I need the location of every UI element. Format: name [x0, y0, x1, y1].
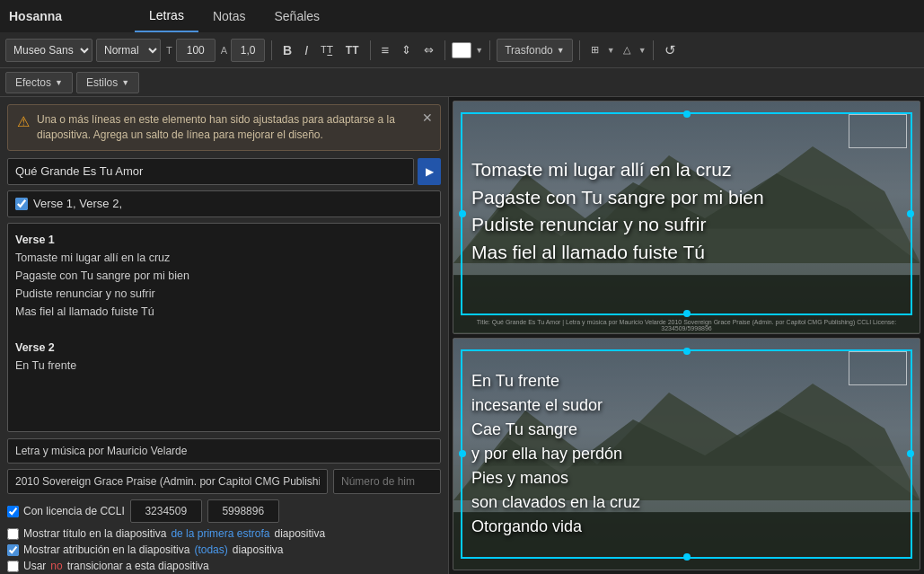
warning-icon: ⚠ [17, 113, 30, 130]
show-attribution-link[interactable]: (todas) [194, 543, 227, 556]
main-area: ⚠ Una o más líneas en este elemento han … [0, 97, 924, 574]
tt1-button[interactable]: TT̲ [316, 39, 338, 62]
show-title-suffix: diapositiva [274, 527, 325, 540]
tt2-button[interactable]: TT [341, 39, 364, 62]
show-title-link[interactable]: de la primera estrofa [171, 527, 269, 540]
slide2-small-box [849, 351, 907, 385]
hymn-input[interactable] [333, 469, 441, 494]
slide2-line6: son clavados en la cruz [471, 490, 640, 515]
verse1-title: Verse 1 [15, 234, 55, 246]
show-title-row: Mostrar título en la diapositiva de la p… [7, 527, 441, 540]
efectos-label: Efectos [15, 76, 51, 89]
ccli-label-text: Con licencia de CCLI [23, 505, 125, 517]
song-next-button[interactable]: ▶ [418, 158, 441, 185]
transition-label: Usar [23, 560, 46, 572]
slide1-line3: Pudiste renunciar y no sufrir [471, 211, 764, 238]
show-title-checkbox[interactable] [7, 528, 19, 540]
font-style-select[interactable]: Normal [96, 39, 161, 62]
transition-row: Usar no transicionar a esta diapositiva [7, 560, 441, 572]
tab-notas[interactable]: Notas [198, 0, 260, 32]
color-swatch[interactable] [452, 42, 471, 58]
ccli-number2-input[interactable] [207, 499, 279, 523]
publisher-input[interactable] [7, 469, 328, 494]
align-button[interactable]: ≡ [377, 39, 394, 62]
lyrics-area[interactable]: Verse 1 Tomaste mi lugar allí en la cruz… [7, 223, 441, 432]
font-family-select[interactable]: Museo Sans [5, 39, 92, 62]
slide1-line1: Tomaste mi lugar allí en la cruz [471, 156, 764, 183]
song-title-row: ▶ [7, 158, 441, 185]
slide2-preview[interactable]: En Tu frente incesante el sudor Cae Tu s… [453, 338, 920, 571]
author-input[interactable] [7, 438, 441, 464]
fit2-dropdown-icon[interactable]: ▼ [638, 46, 647, 55]
show-attribution-label: Mostrar atribución en la diapositiva [23, 543, 189, 556]
ccli-checkbox[interactable] [7, 506, 19, 517]
slide1-preview[interactable]: Tomaste mi lugar allí en la cruz Pagaste… [453, 101, 920, 334]
spacing2-button[interactable]: ⇔ [419, 39, 438, 62]
trasfondo-button[interactable]: Trasfondo ▼ [497, 39, 573, 62]
show-attribution-row: Mostrar atribución en la diapositiva (to… [7, 543, 441, 556]
main-toolbar: Museo Sans Normal T A B I TT̲ TT ≡ ⇕ ⇔ ▼… [0, 32, 924, 68]
slide2-line7: Otorgando vida [471, 515, 640, 539]
line-height-icon: A [221, 45, 227, 56]
transition-no-text[interactable]: no [50, 560, 62, 572]
line-height-input[interactable] [231, 39, 265, 62]
publisher-row [7, 469, 441, 494]
slide1-lyrics: Tomaste mi lugar allí en la cruz Pagaste… [471, 156, 764, 266]
color-dropdown-icon[interactable]: ▼ [475, 46, 483, 55]
trasfondo-label: Trasfondo [505, 44, 553, 57]
verses-checkbox-label[interactable]: Verse 1, Verse 2, [7, 190, 441, 217]
font-size-input[interactable] [176, 39, 216, 62]
fit1-button[interactable]: ⊞ [586, 39, 603, 62]
slide1-text-container: Tomaste mi lugar allí en la cruz Pagaste… [471, 125, 839, 298]
slide2-bg: En Tu frente incesante el sudor Cae Tu s… [453, 339, 920, 570]
slide2-text-container: En Tu frente incesante el sudor Cae Tu s… [471, 357, 839, 551]
slide2-line4: y por ella hay perdón [471, 442, 640, 466]
estilos-dropdown-icon: ▼ [121, 78, 129, 87]
top-nav: Hosanna Letras Notas Señales [0, 0, 924, 32]
spacing1-button[interactable]: ⇕ [397, 39, 416, 62]
fit1-dropdown-icon[interactable]: ▼ [607, 46, 615, 55]
ccli-number1-input[interactable] [130, 499, 202, 523]
show-attribution-suffix: diapositiva [233, 543, 284, 556]
undo-button[interactable]: ↺ [660, 39, 681, 62]
warning-close-button[interactable]: ✕ [422, 110, 433, 125]
estilos-button[interactable]: Estilos ▼ [76, 72, 139, 93]
left-panel: ⚠ Una o más líneas en este elemento han … [0, 97, 449, 574]
transition-suffix: transicionar a esta diapositiva [67, 560, 209, 572]
trasfondo-arrow-icon: ▼ [557, 46, 565, 55]
verses-checkbox[interactable] [15, 198, 28, 210]
transition-checkbox[interactable] [7, 561, 19, 572]
sep2 [370, 40, 371, 60]
warning-banner: ⚠ Una o más líneas en este elemento han … [7, 104, 441, 151]
sep6 [653, 40, 654, 60]
sep3 [444, 40, 445, 60]
verse1-line3: Pudiste renunciar y no sufrir [15, 287, 155, 300]
right-panel: Tomaste mi lugar allí en la cruz Pagaste… [449, 97, 924, 574]
font-size-icon: T [166, 45, 172, 56]
author-row [7, 438, 441, 464]
show-title-label: Mostrar título en la diapositiva [23, 527, 166, 540]
estilos-label: Estilos [86, 76, 118, 89]
verse2-title: Verse 2 [15, 341, 55, 354]
italic-button[interactable]: I [300, 39, 312, 62]
fit2-button[interactable]: △ [619, 39, 635, 62]
song-title-input[interactable] [7, 158, 414, 185]
sep4 [489, 40, 490, 60]
verses-label-text: Verse 1, Verse 2, [33, 197, 122, 210]
slide1-bg: Tomaste mi lugar allí en la cruz Pagaste… [453, 102, 920, 333]
tab-senales[interactable]: Señales [260, 0, 335, 32]
slide1-line2: Pagaste con Tu sangre por mi bien [471, 184, 764, 211]
show-attribution-checkbox[interactable] [7, 544, 19, 556]
app-title: Hosanna [9, 9, 135, 23]
verse1-line4: Mas fiel al llamado fuiste Tú [15, 305, 154, 318]
slide2-line1: En Tu frente [471, 369, 640, 393]
ccli-checkbox-label[interactable]: Con licencia de CCLI [7, 505, 125, 517]
verses-row: Verse 1, Verse 2, [7, 190, 441, 217]
bold-button[interactable]: B [278, 39, 296, 62]
efectos-button[interactable]: Efectos ▼ [5, 72, 73, 93]
verse1-line1: Tomaste mi lugar allí en la cruz [15, 252, 170, 264]
warning-text: Una o más líneas en este elemento han si… [37, 112, 431, 143]
slide2-line2: incesante el sudor [471, 393, 640, 418]
tab-letras[interactable]: Letras [135, 0, 198, 32]
verse1-line2: Pagaste con Tu sangre por mi bien [15, 269, 189, 282]
